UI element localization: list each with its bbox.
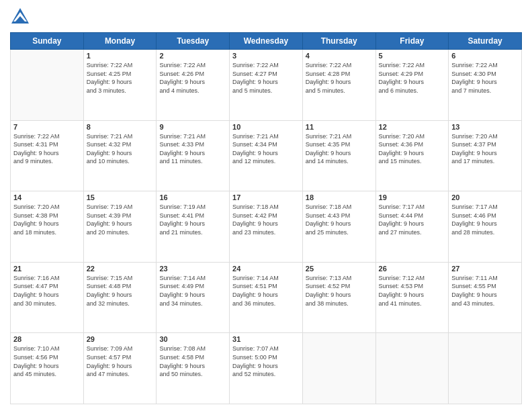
calendar-cell: 8Sunrise: 7:21 AM Sunset: 4:32 PM Daylig… xyxy=(83,120,157,191)
header xyxy=(10,7,522,27)
day-number: 25 xyxy=(306,265,373,273)
calendar-cell: 28Sunrise: 7:10 AM Sunset: 4:56 PM Dayli… xyxy=(11,333,84,404)
calendar-cell: 12Sunrise: 7:20 AM Sunset: 4:36 PM Dayli… xyxy=(375,120,449,191)
calendar-cell xyxy=(449,333,522,404)
day-info: Sunrise: 7:21 AM Sunset: 4:32 PM Dayligh… xyxy=(87,132,154,166)
day-info: Sunrise: 7:16 AM Sunset: 4:47 PM Dayligh… xyxy=(13,274,81,308)
day-number: 3 xyxy=(232,52,300,60)
calendar-cell: 11Sunrise: 7:21 AM Sunset: 4:35 PM Dayli… xyxy=(302,120,375,191)
day-info: Sunrise: 7:18 AM Sunset: 4:43 PM Dayligh… xyxy=(306,203,373,236)
day-number: 30 xyxy=(159,335,226,343)
day-info: Sunrise: 7:10 AM Sunset: 4:56 PM Dayligh… xyxy=(13,345,81,378)
week-row-1: 1Sunrise: 7:22 AM Sunset: 4:25 PM Daylig… xyxy=(11,50,522,121)
day-number: 7 xyxy=(13,123,81,131)
calendar-cell: 30Sunrise: 7:08 AM Sunset: 4:58 PM Dayli… xyxy=(157,333,230,404)
day-number: 6 xyxy=(451,52,519,60)
day-info: Sunrise: 7:22 AM Sunset: 4:31 PM Dayligh… xyxy=(13,132,81,166)
calendar-cell: 10Sunrise: 7:21 AM Sunset: 4:34 PM Dayli… xyxy=(230,120,303,191)
day-info: Sunrise: 7:13 AM Sunset: 4:52 PM Dayligh… xyxy=(306,274,373,308)
day-info: Sunrise: 7:17 AM Sunset: 4:46 PM Dayligh… xyxy=(451,203,519,236)
calendar-cell xyxy=(375,333,449,404)
day-header-wednesday: Wednesday xyxy=(230,33,303,50)
day-number: 26 xyxy=(379,265,446,273)
calendar-cell: 17Sunrise: 7:18 AM Sunset: 4:42 PM Dayli… xyxy=(230,191,303,263)
day-header-thursday: Thursday xyxy=(302,33,375,50)
day-number: 4 xyxy=(306,52,373,60)
calendar-header-row: SundayMondayTuesdayWednesdayThursdayFrid… xyxy=(11,33,522,50)
day-info: Sunrise: 7:21 AM Sunset: 4:33 PM Dayligh… xyxy=(159,132,226,166)
day-number: 9 xyxy=(159,123,226,131)
day-number: 16 xyxy=(159,193,226,201)
day-number: 15 xyxy=(87,193,154,201)
day-info: Sunrise: 7:21 AM Sunset: 4:34 PM Dayligh… xyxy=(232,132,300,166)
calendar-cell: 18Sunrise: 7:18 AM Sunset: 4:43 PM Dayli… xyxy=(302,191,375,263)
logo xyxy=(10,7,33,27)
day-info: Sunrise: 7:08 AM Sunset: 4:58 PM Dayligh… xyxy=(159,345,226,378)
day-number: 28 xyxy=(13,335,81,343)
day-info: Sunrise: 7:18 AM Sunset: 4:42 PM Dayligh… xyxy=(232,203,300,236)
page: SundayMondayTuesdayWednesdayThursdayFrid… xyxy=(0,0,532,411)
calendar-cell: 25Sunrise: 7:13 AM Sunset: 4:52 PM Dayli… xyxy=(302,262,375,333)
day-number: 24 xyxy=(232,265,300,273)
day-number: 13 xyxy=(451,123,519,131)
calendar-cell: 15Sunrise: 7:19 AM Sunset: 4:39 PM Dayli… xyxy=(83,191,157,263)
day-info: Sunrise: 7:11 AM Sunset: 4:55 PM Dayligh… xyxy=(451,274,519,308)
day-number: 29 xyxy=(87,335,154,343)
calendar-cell: 27Sunrise: 7:11 AM Sunset: 4:55 PM Dayli… xyxy=(449,262,522,333)
calendar-cell: 29Sunrise: 7:09 AM Sunset: 4:57 PM Dayli… xyxy=(83,333,157,404)
day-info: Sunrise: 7:21 AM Sunset: 4:35 PM Dayligh… xyxy=(306,132,373,166)
calendar-cell: 7Sunrise: 7:22 AM Sunset: 4:31 PM Daylig… xyxy=(11,120,84,191)
calendar-cell: 2Sunrise: 7:22 AM Sunset: 4:26 PM Daylig… xyxy=(157,50,230,121)
day-info: Sunrise: 7:22 AM Sunset: 4:29 PM Dayligh… xyxy=(379,61,446,95)
day-info: Sunrise: 7:09 AM Sunset: 4:57 PM Dayligh… xyxy=(87,345,154,378)
calendar-cell: 4Sunrise: 7:22 AM Sunset: 4:28 PM Daylig… xyxy=(302,50,375,121)
day-number: 23 xyxy=(159,265,226,273)
week-row-4: 21Sunrise: 7:16 AM Sunset: 4:47 PM Dayli… xyxy=(11,262,522,333)
day-info: Sunrise: 7:19 AM Sunset: 4:41 PM Dayligh… xyxy=(159,203,226,236)
calendar-cell xyxy=(302,333,375,404)
day-info: Sunrise: 7:20 AM Sunset: 4:38 PM Dayligh… xyxy=(13,203,81,236)
day-header-tuesday: Tuesday xyxy=(157,33,230,50)
calendar-cell: 21Sunrise: 7:16 AM Sunset: 4:47 PM Dayli… xyxy=(11,262,84,333)
day-number: 1 xyxy=(87,52,154,60)
day-info: Sunrise: 7:14 AM Sunset: 4:51 PM Dayligh… xyxy=(232,274,300,308)
calendar-cell: 16Sunrise: 7:19 AM Sunset: 4:41 PM Dayli… xyxy=(157,191,230,263)
calendar-cell xyxy=(11,50,84,121)
day-info: Sunrise: 7:17 AM Sunset: 4:44 PM Dayligh… xyxy=(379,203,446,236)
day-number: 8 xyxy=(87,123,154,131)
day-number: 10 xyxy=(232,123,300,131)
day-info: Sunrise: 7:20 AM Sunset: 4:37 PM Dayligh… xyxy=(451,132,519,166)
day-info: Sunrise: 7:22 AM Sunset: 4:27 PM Dayligh… xyxy=(232,61,300,95)
calendar-cell: 23Sunrise: 7:14 AM Sunset: 4:49 PM Dayli… xyxy=(157,262,230,333)
calendar-cell: 3Sunrise: 7:22 AM Sunset: 4:27 PM Daylig… xyxy=(230,50,303,121)
calendar-cell: 22Sunrise: 7:15 AM Sunset: 4:48 PM Dayli… xyxy=(83,262,157,333)
day-number: 19 xyxy=(379,193,446,201)
day-number: 21 xyxy=(13,265,81,273)
day-info: Sunrise: 7:12 AM Sunset: 4:53 PM Dayligh… xyxy=(379,274,446,308)
day-info: Sunrise: 7:22 AM Sunset: 4:26 PM Dayligh… xyxy=(159,61,226,95)
day-info: Sunrise: 7:15 AM Sunset: 4:48 PM Dayligh… xyxy=(87,274,154,308)
week-row-2: 7Sunrise: 7:22 AM Sunset: 4:31 PM Daylig… xyxy=(11,120,522,191)
day-number: 22 xyxy=(87,265,154,273)
day-number: 11 xyxy=(306,123,373,131)
day-number: 17 xyxy=(232,193,300,201)
calendar-table: SundayMondayTuesdayWednesdayThursdayFrid… xyxy=(10,32,522,404)
day-number: 14 xyxy=(13,193,81,201)
day-header-saturday: Saturday xyxy=(449,33,522,50)
day-number: 5 xyxy=(379,52,446,60)
day-info: Sunrise: 7:19 AM Sunset: 4:39 PM Dayligh… xyxy=(87,203,154,236)
day-info: Sunrise: 7:07 AM Sunset: 5:00 PM Dayligh… xyxy=(232,345,300,378)
calendar-cell: 6Sunrise: 7:22 AM Sunset: 4:30 PM Daylig… xyxy=(449,50,522,121)
calendar-cell: 1Sunrise: 7:22 AM Sunset: 4:25 PM Daylig… xyxy=(83,50,157,121)
calendar-cell: 26Sunrise: 7:12 AM Sunset: 4:53 PM Dayli… xyxy=(375,262,449,333)
day-header-monday: Monday xyxy=(83,33,157,50)
calendar-cell: 20Sunrise: 7:17 AM Sunset: 4:46 PM Dayli… xyxy=(449,191,522,263)
day-info: Sunrise: 7:22 AM Sunset: 4:25 PM Dayligh… xyxy=(87,61,154,95)
logo-icon xyxy=(10,7,30,27)
day-info: Sunrise: 7:14 AM Sunset: 4:49 PM Dayligh… xyxy=(159,274,226,308)
day-header-sunday: Sunday xyxy=(11,33,84,50)
day-number: 27 xyxy=(451,265,519,273)
day-info: Sunrise: 7:22 AM Sunset: 4:28 PM Dayligh… xyxy=(306,61,373,95)
calendar-cell: 5Sunrise: 7:22 AM Sunset: 4:29 PM Daylig… xyxy=(375,50,449,121)
calendar-cell: 13Sunrise: 7:20 AM Sunset: 4:37 PM Dayli… xyxy=(449,120,522,191)
